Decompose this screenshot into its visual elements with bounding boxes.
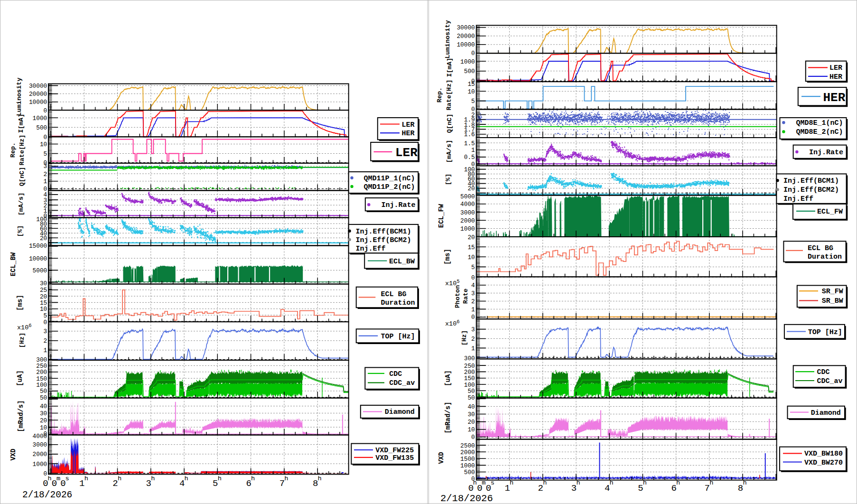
svg-text:h: h xyxy=(709,479,713,486)
svg-text:5: 5 xyxy=(471,98,475,105)
svg-text:20000: 20000 xyxy=(456,33,475,40)
svg-text:I[mA]: I[mA] xyxy=(18,114,25,133)
svg-text:[uA]: [uA] xyxy=(444,370,452,386)
svg-text:1: 1 xyxy=(44,347,47,354)
svg-text:LER: LER xyxy=(829,64,842,72)
svg-text:15000: 15000 xyxy=(29,243,47,250)
svg-text:0: 0 xyxy=(44,107,47,114)
svg-text:HER: HER xyxy=(823,91,846,105)
svg-text:ECL_BW: ECL_BW xyxy=(389,258,415,266)
svg-text:Inj.Rate: Inj.Rate xyxy=(382,201,416,209)
svg-text:HER: HER xyxy=(829,73,842,81)
svg-text:TOP [Hz]: TOP [Hz] xyxy=(808,328,842,336)
svg-text:5000: 5000 xyxy=(460,193,475,200)
svg-text:20: 20 xyxy=(467,419,475,426)
svg-text:m: m xyxy=(56,475,60,482)
svg-text:TOP [Hz]: TOP [Hz] xyxy=(381,333,415,341)
svg-text:10: 10 xyxy=(467,254,475,261)
svg-text:h: h xyxy=(218,475,222,482)
svg-text:h: h xyxy=(151,475,155,482)
svg-text:1.6: 1.6 xyxy=(464,131,475,138)
svg-text:[ms]: [ms] xyxy=(16,295,24,311)
svg-text:[uA]: [uA] xyxy=(16,370,24,386)
svg-text:VXD: VXD xyxy=(438,452,445,464)
svg-text:5000: 5000 xyxy=(33,267,47,274)
svg-text:Rate: Rate xyxy=(462,289,469,304)
svg-text:h: h xyxy=(473,479,477,486)
svg-text:h: h xyxy=(510,479,513,486)
svg-text:1000: 1000 xyxy=(460,225,475,233)
svg-text:1: 1 xyxy=(471,345,475,352)
svg-text:500: 500 xyxy=(464,68,475,75)
svg-text:h: h xyxy=(184,475,188,482)
svg-text:Q[nC]: Q[nC] xyxy=(19,167,26,187)
svg-text:5: 5 xyxy=(44,312,47,319)
svg-text:3: 3 xyxy=(44,163,47,170)
svg-text:h: h xyxy=(118,475,121,482)
svg-text:1000: 1000 xyxy=(460,58,475,65)
svg-text:ECL_FW: ECL_FW xyxy=(438,204,445,228)
svg-text:2/18/2026: 2/18/2026 xyxy=(440,493,493,504)
svg-text:30: 30 xyxy=(467,411,475,418)
svg-text:h: h xyxy=(743,479,746,486)
svg-text:0: 0 xyxy=(471,274,475,281)
svg-text:QMD11P_1(nC): QMD11P_1(nC) xyxy=(364,175,415,183)
svg-text:[%]: [%] xyxy=(17,225,24,237)
svg-text:h: h xyxy=(251,475,255,482)
svg-text:Luminosity: Luminosity xyxy=(444,20,451,58)
svg-text:VXD_BW180: VXD_BW180 xyxy=(804,450,843,458)
svg-text:0: 0 xyxy=(471,314,475,321)
svg-text:h: h xyxy=(84,475,88,482)
svg-text:500: 500 xyxy=(464,469,475,476)
svg-text:LER: LER xyxy=(395,146,418,160)
svg-text:CDC_av: CDC_av xyxy=(389,379,415,387)
svg-text:50: 50 xyxy=(467,394,475,401)
svg-text:3: 3 xyxy=(44,328,47,335)
svg-text:Inj.Eff(BCM2): Inj.Eff(BCM2) xyxy=(356,236,411,244)
svg-text:1: 1 xyxy=(471,147,475,154)
svg-text:HER: HER xyxy=(402,130,415,138)
svg-text:0: 0 xyxy=(471,50,475,57)
svg-text:20: 20 xyxy=(40,417,47,424)
svg-text:4000: 4000 xyxy=(33,433,47,440)
svg-text:QMD8E_2(nC): QMD8E_2(nC) xyxy=(796,128,843,136)
svg-text:h: h xyxy=(318,475,322,482)
svg-text:s: s xyxy=(65,475,69,482)
svg-text:[ms]: [ms] xyxy=(444,249,451,265)
svg-text:15: 15 xyxy=(467,244,475,251)
svg-text:Rate[Hz]: Rate[Hz] xyxy=(19,135,26,166)
svg-text:0: 0 xyxy=(471,434,475,441)
svg-text:VXD_FW225: VXD_FW225 xyxy=(375,447,414,455)
svg-text:[mA/s]: [mA/s] xyxy=(18,193,25,216)
svg-text:30000: 30000 xyxy=(29,83,47,90)
svg-text:5: 5 xyxy=(471,264,475,271)
svg-text:[mRad/s]: [mRad/s] xyxy=(17,400,25,432)
svg-text:40: 40 xyxy=(40,403,47,410)
svg-text:Inj.Eff: Inj.Eff xyxy=(356,245,386,253)
svg-text:3000: 3000 xyxy=(33,441,47,448)
svg-text:2000: 2000 xyxy=(460,217,475,224)
svg-text:m: m xyxy=(482,479,485,486)
svg-text:[Hz]: [Hz] xyxy=(461,330,468,345)
svg-text:1000: 1000 xyxy=(33,461,47,468)
svg-text:2: 2 xyxy=(44,337,47,345)
svg-text:3: 3 xyxy=(471,326,475,333)
svg-text:2: 2 xyxy=(471,298,475,305)
svg-text:5: 5 xyxy=(44,150,47,158)
svg-text:h: h xyxy=(576,479,580,486)
svg-text:4000: 4000 xyxy=(460,201,475,208)
svg-text:[Hz]: [Hz] xyxy=(19,333,26,348)
svg-text:Inj.Eff: Inj.Eff xyxy=(783,195,813,203)
svg-text:Q[nC]: Q[nC] xyxy=(446,114,453,133)
svg-text:1.5: 1.5 xyxy=(464,140,475,147)
svg-text:2000: 2000 xyxy=(33,451,47,458)
svg-text:SR_BW: SR_BW xyxy=(822,297,843,305)
svg-text:h: h xyxy=(610,479,614,486)
svg-text:[%]: [%] xyxy=(445,174,452,185)
svg-text:I[mA]: I[mA] xyxy=(446,58,453,77)
svg-text:2000: 2000 xyxy=(460,449,475,456)
svg-text:h: h xyxy=(284,475,288,482)
svg-text:0: 0 xyxy=(44,134,47,141)
svg-text:[mA/s]: [mA/s] xyxy=(446,140,453,163)
svg-text:40: 40 xyxy=(467,403,475,411)
